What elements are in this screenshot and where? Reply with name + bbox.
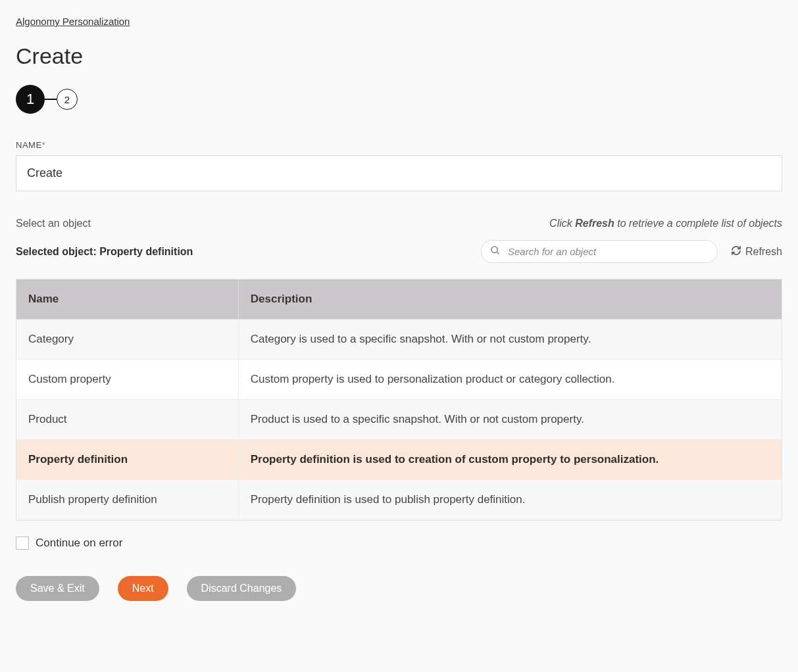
table-row[interactable]: ProductProduct is used to a specific sna…: [16, 400, 782, 440]
continue-on-error-checkbox[interactable]: [16, 537, 29, 550]
refresh-hint-prefix: Click: [549, 218, 575, 229]
refresh-hint-bold: Refresh: [575, 218, 614, 229]
step-2[interactable]: 2: [57, 89, 78, 110]
refresh-button-label: Refresh: [745, 246, 782, 258]
search-input[interactable]: [481, 240, 718, 263]
table-row[interactable]: Custom propertyCustom property is used t…: [16, 360, 782, 400]
search-wrapper: [481, 240, 718, 263]
table-cell-description: Category is used to a specific snapshot.…: [238, 320, 782, 360]
table-cell-name: Category: [16, 320, 238, 360]
name-label: NAME*: [16, 140, 782, 150]
select-object-label: Select an object: [16, 218, 91, 229]
discard-changes-button[interactable]: Discard Changes: [187, 576, 297, 601]
selected-object-prefix: Selected object:: [16, 246, 99, 257]
refresh-hint: Click Refresh to retrieve a complete lis…: [549, 218, 782, 229]
table-row[interactable]: Property definitionProperty definition i…: [16, 440, 782, 480]
table-cell-name: Custom property: [16, 360, 238, 400]
continue-on-error-label: Continue on error: [36, 537, 122, 550]
selected-object-value: Property definition: [99, 246, 193, 257]
next-button[interactable]: Next: [118, 576, 168, 601]
save-exit-button[interactable]: Save & Exit: [16, 576, 99, 601]
page-title: Create: [16, 43, 782, 69]
table-cell-description: Property definition is used to publish p…: [238, 480, 782, 520]
name-input[interactable]: [16, 155, 782, 191]
refresh-icon: [731, 245, 741, 258]
step-1[interactable]: 1: [16, 85, 45, 114]
table-cell-name: Product: [16, 400, 238, 440]
table-row[interactable]: Publish property definitionProperty defi…: [16, 480, 782, 520]
selected-object: Selected object: Property definition: [16, 246, 193, 258]
step-connector: [45, 99, 57, 100]
table-cell-description: Product is used to a specific snapshot. …: [238, 400, 782, 440]
table-header-name[interactable]: Name: [16, 279, 238, 320]
stepper: 1 2: [16, 85, 782, 114]
table-cell-description: Custom property is used to personalizati…: [238, 360, 782, 400]
table-row[interactable]: CategoryCategory is used to a specific s…: [16, 320, 782, 360]
table-cell-name: Property definition: [16, 440, 238, 480]
refresh-hint-suffix: to retrieve a complete list of objects: [614, 218, 782, 229]
table-cell-description: Property definition is used to creation …: [238, 440, 782, 480]
object-table-container: Name Description CategoryCategory is use…: [16, 279, 782, 521]
table-header-description[interactable]: Description: [238, 279, 782, 320]
object-table: Name Description CategoryCategory is use…: [16, 279, 782, 520]
object-table-scroll[interactable]: Name Description CategoryCategory is use…: [16, 279, 782, 520]
refresh-button[interactable]: Refresh: [731, 245, 782, 258]
table-cell-name: Publish property definition: [16, 480, 238, 520]
name-label-text: NAME: [16, 140, 42, 150]
required-star: *: [42, 140, 46, 150]
breadcrumb-link[interactable]: Algonomy Personalization: [16, 16, 130, 27]
